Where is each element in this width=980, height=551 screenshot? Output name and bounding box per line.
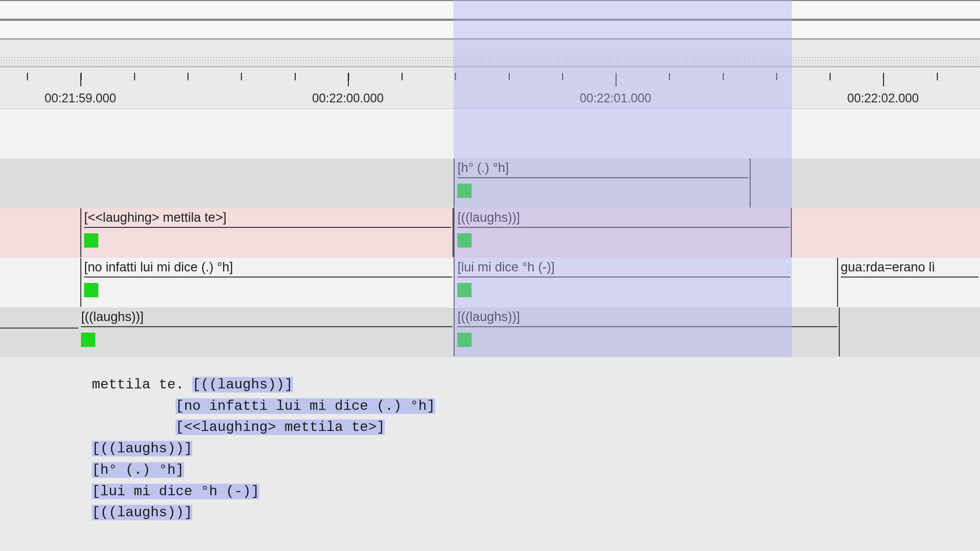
ruler-tick-major — [80, 73, 81, 86]
transcript-line[interactable]: [<<laughing> mettila te>] — [92, 417, 980, 438]
annotation-text: [no infatti lui mi dice (.) °h] — [84, 259, 452, 278]
ruler-tick-minor — [830, 73, 830, 80]
transcript-text: mettila te. — [92, 377, 192, 392]
segment-marker-icon — [84, 283, 98, 297]
transcript-bracket: [((laughs))] — [92, 441, 192, 456]
segment-marker-icon — [84, 233, 98, 248]
transcript-bracket: [h° (.) °h] — [92, 462, 184, 478]
ruler-time-label: 00:21:59.000 — [45, 91, 116, 105]
segment-marker-icon — [457, 333, 472, 347]
transcript-bracket: [lui mi dice °h (-)] — [92, 484, 259, 499]
annotation-text: [h° (.) °h] — [457, 159, 748, 178]
annotation-segment[interactable]: [h° (.) °h] — [453, 159, 751, 208]
segment-marker-icon — [457, 184, 472, 198]
transcript-bracket: [((laughs))] — [192, 377, 293, 392]
annotation-tier[interactable]: [no infatti lui mi dice (.) °h][lui mi d… — [0, 258, 980, 308]
segment-marker-icon — [457, 283, 472, 297]
ruler-tick-minor — [562, 73, 563, 80]
ruler-tick-minor — [776, 73, 777, 80]
transcript-bracket: [<<laughing> mettila te>] — [176, 419, 385, 435]
transcript-line[interactable]: [((laughs))] — [92, 438, 980, 459]
transcript-bracket: [no infatti lui mi dice (.) °h] — [176, 398, 435, 414]
ruler-tick-major — [348, 73, 349, 86]
transcript-bracket: [((laughs))] — [92, 505, 192, 520]
annotation-segment[interactable]: [((laughs))] — [453, 208, 792, 257]
divider-dotted — [0, 56, 980, 66]
waveform-channel-1[interactable] — [0, 0, 980, 20]
annotation-text: [lui mi dice °h (-)] — [457, 259, 791, 278]
ruler-time-label: 00:22:02.000 — [847, 91, 919, 105]
ruler-tick-minor — [401, 73, 402, 80]
annotation-tier[interactable]: [<<laughing> mettila te>][((laughs))] — [0, 208, 980, 258]
ruler-tick-minor — [27, 73, 28, 80]
segment-marker-icon — [457, 233, 472, 248]
ruler-time-label: 00:22:00.000 — [312, 91, 383, 105]
annotation-text: gua:rda=erano lì — [841, 259, 978, 278]
annotation-segment[interactable]: [<<laughing> mettila te>] — [80, 208, 453, 257]
ruler-tick-minor — [937, 73, 938, 80]
tier-baseline — [0, 327, 78, 329]
ruler-tick-minor — [455, 73, 456, 80]
transcript-line[interactable]: [lui mi dice °h (-)] — [92, 481, 980, 502]
annotation-segment[interactable]: [((laughs))] — [453, 308, 840, 356]
waveform-channel-2[interactable] — [0, 20, 980, 40]
transcript-line[interactable]: [((laughs))] — [92, 502, 980, 524]
annotation-text: [((laughs))] — [81, 308, 452, 327]
annotation-tier[interactable] — [0, 109, 980, 159]
ruler-tick-minor — [509, 73, 510, 80]
annotation-tier[interactable]: [((laughs))][((laughs))] — [0, 308, 980, 357]
ruler-tick-minor — [188, 73, 189, 80]
ruler-tick-minor — [669, 73, 670, 80]
ruler-time-label: 00:22:01.000 — [580, 91, 651, 105]
annotation-text: [((laughs))] — [457, 308, 837, 327]
time-ruler[interactable]: 00:21:59.00000:22:00.00000:22:01.00000:2… — [0, 67, 980, 108]
annotation-segment[interactable]: [no infatti lui mi dice (.) °h] — [80, 258, 453, 307]
transcript-line[interactable]: mettila te. [((laughs))] — [92, 374, 980, 395]
ruler-tick-minor — [241, 73, 242, 80]
ruler-tick-minor — [134, 73, 135, 80]
annotation-segment[interactable]: [lui mi dice °h (-)] — [453, 258, 792, 307]
segment-marker-icon — [81, 333, 95, 347]
transcript-line[interactable]: [h° (.) °h] — [92, 459, 980, 481]
ruler-tick-major — [616, 73, 617, 86]
ruler-tick-minor — [723, 73, 724, 80]
ruler-tick-minor — [295, 73, 296, 80]
annotation-text: [<<laughing> mettila te>] — [84, 209, 451, 228]
transcript-panel[interactable]: mettila te. [((laughs))] [no infatti lui… — [0, 359, 980, 551]
annotation-text: [((laughs))] — [457, 209, 789, 228]
annotation-tier[interactable]: [h° (.) °h] — [0, 159, 980, 208]
annotation-segment[interactable]: gua:rda=erano lì — [837, 258, 980, 307]
transcript-line[interactable]: [no infatti lui mi dice (.) °h] — [92, 395, 980, 417]
ruler-tick-major — [883, 73, 884, 86]
annotation-segment[interactable]: [((laughs))] — [78, 308, 453, 356]
